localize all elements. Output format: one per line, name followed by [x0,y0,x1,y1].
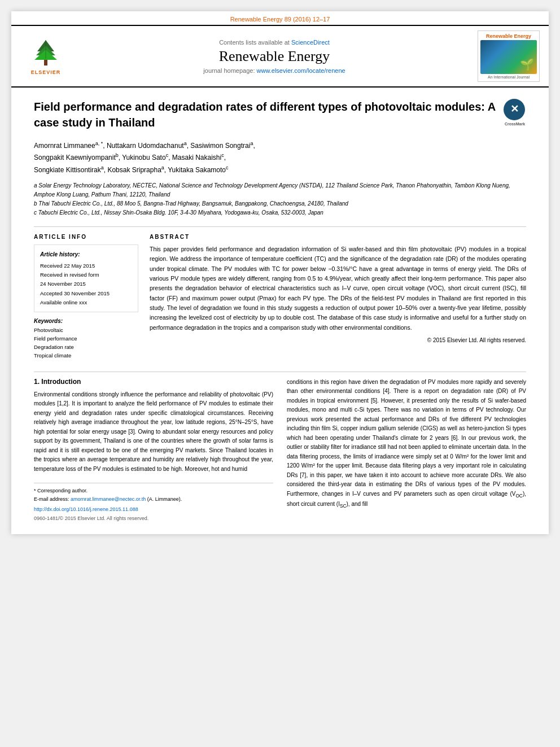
corresponding-author: * Corresponding author. [34,487,273,495]
affiliation-b: b Thai Tabuchi Electric Co., Ltd., 88 Mo… [34,199,526,208]
author7-rest: , Kobsak Sriprapha [104,166,161,174]
journal-ref: Renewable Energy 89 (2016) 12–17 [11,11,549,25]
homepage-line: journal homepage: www.elsevier.com/locat… [77,67,472,74]
keyword-1: Photovoltaic [34,326,138,334]
section-title-text: Introduction [41,378,81,386]
history-label: Article history: [40,250,132,259]
email-line: E-mail address: amornrat.limmanee@nectec… [34,495,273,503]
author7-rest2: , Yukitaka Sakamoto [164,166,226,174]
crossmark-label: CrossMark [504,121,526,127]
author4-rest: , Yukinobu Sato [119,154,166,161]
journal-name: Renewable Energy [77,48,472,65]
article-info-heading: ARTICLE INFO [34,234,138,240]
issn-line: 0960-1481/© 2015 Elsevier Ltd. All right… [34,514,273,522]
author1-sup: a, * [95,141,103,146]
homepage-text: journal homepage: [203,67,255,74]
author1-rest2: , Sasiwimon Songtrai [187,142,251,150]
received-date: Received 22 May 2015 [40,261,132,270]
footnote-area: * Corresponding author. E-mail address: … [34,483,273,523]
logo-subtitle: An International Journal [480,75,537,79]
elsevier-logo: ELSEVIER [20,37,71,75]
keywords-section: Keywords: Photovoltaic Field performance… [34,318,138,360]
email-suffix: (A. Limmanee). [147,496,182,502]
article-title: Field performance and degradation rates … [34,99,498,130]
elsevier-label: ELSEVIER [31,69,61,75]
article-info-column: ARTICLE INFO Article history: Received 2… [34,234,138,360]
affiliation-a: a Solar Energy Technology Laboratory, NE… [34,181,526,199]
author4-rest2: , Masaki Nakaishi [168,154,221,161]
authors: Amornrat Limmaneea, *, Nuttakarn Udomdac… [34,139,526,176]
journal-header: ELSEVIER Contents lists available at Sci… [11,25,549,88]
abstract-column: ABSTRACT This paper provides field perfo… [150,234,526,360]
email-label: E-mail address: [34,496,69,502]
received-revised-label: Received in revised form [40,270,132,279]
crossmark-badge: ✕ CrossMark [504,99,526,121]
author1-name: Amornrat Limmanee [34,142,95,150]
available-online: Available online xxx [40,298,132,307]
intro-text-right: conditions in this region have driven th… [287,378,526,510]
body-col-left: 1. Introduction Environmental conditions… [34,378,273,523]
accepted-date: Accepted 30 November 2015 [40,289,132,298]
section-number: 1. [34,378,40,386]
article-info-abstract-row: ARTICLE INFO Article history: Received 2… [34,234,526,360]
abstract-heading: ABSTRACT [150,234,526,240]
paper-content: Field performance and degradation rates … [11,88,549,372]
intro-text-left: Environmental conditions strongly influe… [34,390,273,474]
keyword-3: Degradation rate [34,343,138,351]
sciencedirect-link[interactable]: ScienceDirect [291,39,330,46]
page: Renewable Energy 89 (2016) 12–17 ELSEVIE… [11,11,549,534]
divider-1 [34,226,526,227]
body-content: 1. Introduction Environmental conditions… [11,372,549,534]
journal-logo-right: Renewable Energy An International Journa… [478,30,540,82]
copyright: © 2015 Elsevier Ltd. All rights reserved… [150,337,526,343]
keyword-4: Tropical climate [34,351,138,360]
author9-sup: c [226,165,229,171]
affiliations: a Solar Energy Technology Laboratory, NE… [34,181,526,217]
received-revised-date: 24 November 2015 [40,279,132,289]
author1-rest: , Nuttakarn Udomdachanut [103,142,183,150]
article-info-box: Article history: Received 22 May 2015 Re… [34,244,138,312]
article-title-row: Field performance and degradation rates … [34,99,526,130]
logo-image [480,40,537,74]
body-col-right: conditions in this region have driven th… [287,378,526,523]
logo-title: Renewable Energy [480,33,537,39]
keyword-2: Field performance [34,334,138,343]
author4-name: Songpakit Kaewniyompanit [34,154,116,161]
keywords-label: Keywords: [34,318,138,324]
journal-center: Contents lists available at ScienceDirec… [77,39,472,74]
crossmark-icon: ✕ [504,99,525,120]
contents-text: Contents lists available at [219,39,290,46]
author7-name: Songkiate Kittisontirak [34,166,101,174]
abstract-text: This paper provides field performance an… [150,244,526,333]
affiliation-c: c Tabuchi Electric Co., Ltd., Nissay Shi… [34,208,526,217]
body-two-col: 1. Introduction Environmental conditions… [34,378,526,523]
homepage-link[interactable]: www.elsevier.com/locate/renene [257,67,345,74]
doi-line[interactable]: http://dx.doi.org/10.1016/j.renene.2015.… [34,505,273,513]
elsevier-tree-icon [26,37,65,68]
intro-section-title: 1. Introduction [34,378,273,386]
email-address[interactable]: amornrat.limmanee@nectec.or.th [71,496,146,502]
contents-line: Contents lists available at ScienceDirec… [77,39,472,46]
